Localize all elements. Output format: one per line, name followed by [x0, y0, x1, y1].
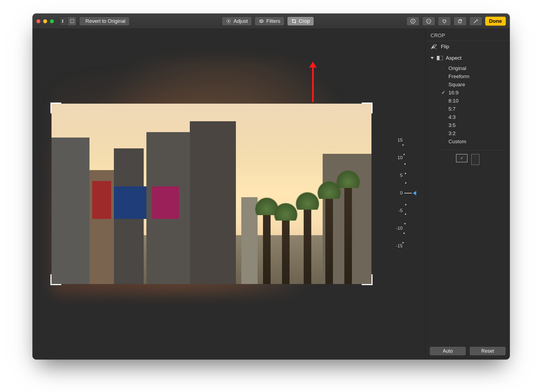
heart-icon	[442, 18, 447, 24]
dial-tick--5: -5	[399, 208, 403, 213]
aspect-option-3-5[interactable]: 3:5	[448, 121, 510, 129]
info-button[interactable]	[406, 17, 419, 26]
sidebar-title: CROP	[426, 29, 510, 41]
svg-point-7	[412, 20, 413, 20]
sidebar-toggle-segment[interactable]	[59, 17, 76, 26]
svg-rect-13	[458, 20, 461, 23]
more-button[interactable]	[422, 17, 435, 26]
aspect-divider	[442, 150, 505, 150]
info-icon	[410, 18, 416, 24]
adjust-icon	[226, 18, 231, 24]
magic-wand-icon	[473, 18, 479, 24]
orientation-group: ✓	[426, 154, 510, 169]
straighten-dial[interactable]: 15 10 5 0 -5 -10 -15	[388, 139, 415, 247]
orientation-landscape[interactable]: ✓	[456, 154, 467, 162]
aspect-option-square[interactable]: Square	[448, 81, 510, 89]
sidebar-toggle-left[interactable]	[60, 17, 68, 26]
annotation-arrow	[309, 62, 317, 102]
fullscreen-window-button[interactable]	[50, 19, 54, 23]
aspect-icon	[437, 56, 443, 60]
svg-rect-1	[70, 20, 74, 23]
dial-tick-15: 15	[397, 138, 403, 143]
dial-tick-0: 0	[400, 190, 403, 196]
done-button[interactable]: Done	[485, 17, 506, 26]
aspect-option-16-9[interactable]: 16:9	[448, 89, 510, 97]
reset-button[interactable]: Reset	[469, 346, 506, 356]
svg-point-11	[428, 21, 429, 21]
window-controls	[36, 19, 54, 23]
toolbar: Revert to Original Adjust Filters Crop	[33, 14, 510, 29]
flip-label: Flip	[441, 44, 449, 50]
done-button-label: Done	[489, 18, 502, 24]
ellipsis-icon	[426, 18, 431, 24]
adjust-tab[interactable]: Adjust	[222, 17, 252, 26]
favorite-button[interactable]	[438, 17, 451, 26]
aspect-option-original[interactable]: Original	[448, 64, 510, 72]
aspect-option-8-10[interactable]: 8:10	[448, 97, 510, 105]
crop-tab-label: Crop	[299, 18, 310, 24]
aspect-option-custom[interactable]: Custom	[448, 138, 510, 146]
orientation-portrait[interactable]	[471, 154, 479, 165]
auto-enhance-button[interactable]	[469, 17, 482, 26]
minimize-window-button[interactable]	[43, 19, 47, 23]
svg-point-10	[427, 21, 428, 21]
rotate-icon	[457, 18, 463, 24]
sidebar-toggle-right[interactable]	[68, 17, 76, 26]
dial-tick--15: -15	[396, 243, 403, 249]
svg-rect-8	[413, 21, 413, 22]
photos-edit-window: Revert to Original Adjust Filters Crop	[33, 14, 510, 359]
aspect-row[interactable]: Aspect	[426, 52, 510, 64]
svg-point-12	[429, 21, 430, 21]
sidebar-footer: Auto Reset	[426, 343, 510, 359]
dial-tick--10: -10	[396, 226, 403, 231]
filters-tab[interactable]: Filters	[255, 17, 284, 26]
aspect-option-5-7[interactable]: 5:7	[448, 105, 510, 113]
flip-row[interactable]: Flip	[426, 41, 510, 52]
crop-frame[interactable]	[52, 104, 371, 284]
editor-body: 15 10 5 0 -5 -10 -15	[33, 29, 510, 359]
crop-icon	[291, 18, 297, 24]
adjust-tab-label: Adjust	[233, 18, 248, 24]
dial-marker-icon[interactable]	[413, 191, 416, 195]
auto-button-label: Auto	[443, 348, 453, 354]
aspect-label: Aspect	[446, 55, 461, 61]
chevron-down-icon	[431, 57, 434, 59]
crop-tab[interactable]: Crop	[287, 17, 314, 26]
photo-preview	[52, 104, 371, 284]
dial-tick-10: 10	[397, 155, 403, 161]
aspect-option-4-3[interactable]: 4:3	[448, 113, 510, 121]
svg-rect-15	[437, 56, 440, 60]
aspect-option-freeform[interactable]: Freeform	[448, 72, 510, 81]
auto-button[interactable]: Auto	[429, 346, 466, 356]
sidebar: CROP Flip Aspect Original Freeform Squar…	[425, 29, 510, 359]
filters-icon	[259, 18, 264, 24]
orientation-check-icon: ✓	[460, 156, 464, 161]
reset-button-label: Reset	[481, 348, 494, 354]
canvas-area[interactable]: 15 10 5 0 -5 -10 -15	[33, 29, 425, 359]
rotate-button[interactable]	[454, 17, 467, 26]
aspect-list: Original Freeform Square 16:9 8:10 5:7 4…	[426, 64, 510, 148]
svg-rect-0	[62, 20, 63, 23]
flip-icon	[431, 44, 437, 49]
close-window-button[interactable]	[36, 19, 40, 23]
filters-tab-label: Filters	[266, 18, 280, 24]
revert-button[interactable]: Revert to Original	[79, 17, 130, 26]
dial-zero-line	[404, 193, 412, 193]
dial-tick-5: 5	[400, 173, 403, 178]
svg-point-3	[228, 21, 229, 22]
aspect-option-3-2[interactable]: 3:2	[448, 129, 510, 138]
revert-button-label: Revert to Original	[85, 18, 126, 24]
